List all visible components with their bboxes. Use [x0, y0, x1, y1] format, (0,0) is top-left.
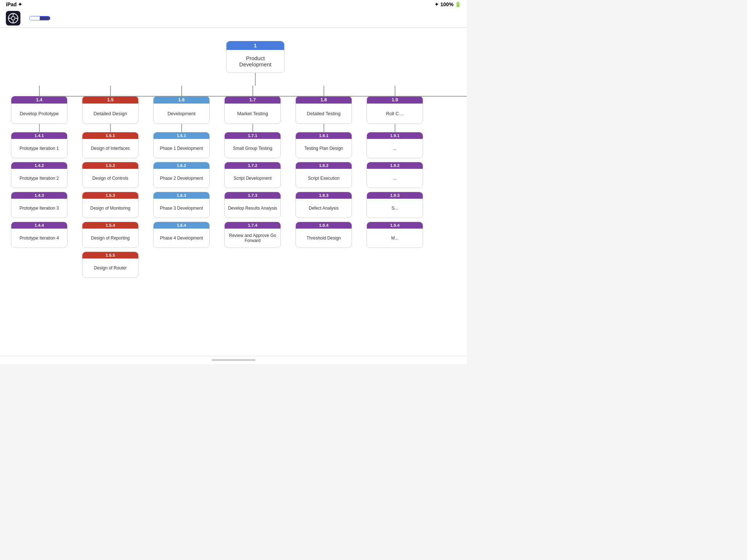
child-node-label-1.5.3: Design of Monitoring — [82, 199, 138, 218]
child-node-1.8.3[interactable]: 1.8.3Defect Analysis — [295, 192, 352, 218]
child-node-1.6.4[interactable]: 1.6.4Phase 4 Development — [153, 222, 210, 248]
child-node-1.7.1[interactable]: 1.7.1Small Group Testing — [224, 132, 281, 158]
child-node-1.9.3[interactable]: 1.9.3S... — [367, 192, 423, 218]
root-node[interactable]: 1Product Development — [226, 41, 285, 73]
child-node-id-1.8.3: 1.8.3 — [296, 192, 352, 199]
horizontal-connector-line — [39, 96, 467, 97]
child-node-1.5.1[interactable]: 1.5.1Design of Interfaces — [82, 132, 139, 158]
child-node-1.9.2[interactable]: 1.9.2... — [367, 162, 423, 188]
svg-point-1 — [11, 16, 15, 20]
child-node-label-1.9.4: M... — [367, 229, 423, 248]
ipad-home-bar — [0, 356, 467, 364]
child-node-1.8.4[interactable]: 1.8.4Threshold Design — [295, 222, 352, 248]
child-node-label-1.4.4: Prototype Iteration 4 — [11, 229, 67, 248]
col-node-1.4[interactable]: 1.4Develop Prototype — [11, 96, 67, 124]
column-1.8: 1.8Detailed Testing1.8.1Testing Plan Des… — [288, 86, 359, 253]
col-node-label-1.4: Develop Prototype — [11, 104, 67, 124]
child-node-label-1.9.1: ... — [367, 139, 423, 158]
child-node-id-1.6.4: 1.6.4 — [154, 222, 209, 229]
status-right: ✦ 100% 🔋 — [434, 1, 461, 7]
child-node-id-1.9.3: 1.9.3 — [367, 192, 423, 199]
children-1.8: 1.8.1Testing Plan Design1.8.2Script Exec… — [295, 132, 352, 253]
chart-button[interactable] — [40, 16, 50, 20]
col-node-1.7[interactable]: 1.7Market Testing — [224, 96, 281, 124]
column-1.9: 1.9Roll C…1.9.1...1.9.2...1.9.3S...1.9.4… — [359, 86, 430, 253]
child-node-label-1.7.3: Develop Results Analysis — [225, 199, 280, 218]
child-node-id-1.9.4: 1.9.4 — [367, 222, 423, 229]
child-node-label-1.5.1: Design of Interfaces — [82, 139, 138, 158]
child-node-label-1.6.3: Phase 3 Development — [154, 199, 209, 218]
status-bar: iPad ✦ ✦ 100% 🔋 — [0, 0, 467, 9]
child-node-1.6.1[interactable]: 1.6.1Phase 1 Development — [153, 132, 210, 158]
child-node-id-1.9.1: 1.9.1 — [367, 132, 423, 139]
child-node-id-1.7.3: 1.7.3 — [225, 192, 280, 199]
col-node-1.8[interactable]: 1.8Detailed Testing — [295, 96, 352, 124]
child-node-1.5.5[interactable]: 1.5.5Design of Router — [82, 252, 139, 278]
child-node-label-1.8.4: Threshold Design — [296, 229, 352, 248]
child-node-label-1.8.1: Testing Plan Design — [296, 139, 352, 158]
child-node-id-1.6.2: 1.6.2 — [154, 162, 209, 169]
children-1.4: 1.4.1Prototype Iteration 11.4.2Prototype… — [11, 132, 67, 253]
child-node-label-1.4.1: Prototype Iteration 1 — [11, 139, 67, 158]
child-node-id-1.5.5: 1.5.5 — [82, 252, 138, 258]
battery-status: ✦ 100% 🔋 — [434, 1, 461, 7]
child-node-label-1.4.3: Prototype Iteration 3 — [11, 199, 67, 218]
child-node-1.8.1[interactable]: 1.8.1Testing Plan Design — [295, 132, 352, 158]
children-1.7: 1.7.1Small Group Testing1.7.2Script Deve… — [224, 132, 281, 253]
col-node-1.6[interactable]: 1.6Development — [153, 96, 210, 124]
child-node-id-1.4.3: 1.4.3 — [11, 192, 67, 199]
child-node-label-1.6.2: Phase 2 Development — [154, 169, 209, 188]
root-node-label: Product Development — [227, 50, 284, 73]
child-node-id-1.6.3: 1.6.3 — [154, 192, 209, 199]
child-node-id-1.4.2: 1.4.2 — [11, 162, 67, 169]
col-node-1.5[interactable]: 1.5Detailed Design — [82, 96, 139, 124]
child-node-1.4.3[interactable]: 1.4.3Prototype Iteration 3 — [11, 192, 67, 218]
columns-area: 1.4Develop Prototype1.4.1Prototype Itera… — [4, 86, 467, 283]
status-left: iPad ✦ — [6, 1, 22, 7]
col-node-id-1.4: 1.4 — [11, 96, 67, 104]
child-node-id-1.7.4: 1.7.4 — [225, 222, 280, 229]
col-node-label-1.5: Detailed Design — [82, 104, 138, 124]
column-1.4: 1.4Develop Prototype1.4.1Prototype Itera… — [4, 86, 75, 253]
child-node-1.5.4[interactable]: 1.5.4Design of Reporting — [82, 222, 139, 248]
root-node-id: 1 — [227, 41, 284, 50]
child-node-id-1.4.4: 1.4.4 — [11, 222, 67, 229]
child-node-1.4.4[interactable]: 1.4.4Prototype Iteration 4 — [11, 222, 67, 248]
app-icon[interactable] — [6, 11, 20, 26]
child-node-1.7.4[interactable]: 1.7.4Review and Approve Go Forward — [224, 222, 281, 248]
child-node-label-1.7.4: Review and Approve Go Forward — [225, 229, 280, 248]
child-node-1.8.2[interactable]: 1.8.2Script Execution — [295, 162, 352, 188]
child-node-id-1.4.1: 1.4.1 — [11, 132, 67, 139]
child-node-1.6.3[interactable]: 1.6.3Phase 3 Development — [153, 192, 210, 218]
child-node-1.6.2[interactable]: 1.6.2Phase 2 Development — [153, 162, 210, 188]
child-node-label-1.5.2: Design of Controls — [82, 169, 138, 188]
top-nav — [0, 9, 467, 28]
child-node-1.5.3[interactable]: 1.5.3Design of Monitoring — [82, 192, 139, 218]
col-node-id-1.9: 1.9 — [367, 96, 423, 104]
child-node-label-1.6.1: Phase 1 Development — [154, 139, 209, 158]
children-1.6: 1.6.1Phase 1 Development1.6.2Phase 2 Dev… — [153, 132, 210, 253]
chart-area: 1Product Development1.4Develop Prototype… — [0, 28, 467, 356]
col-node-label-1.9: Roll C… — [367, 104, 423, 124]
child-node-1.9.1[interactable]: 1.9.1... — [367, 132, 423, 158]
child-node-id-1.5.3: 1.5.3 — [82, 192, 138, 199]
child-node-id-1.6.1: 1.6.1 — [154, 132, 209, 139]
child-node-id-1.9.2: 1.9.2 — [367, 162, 423, 169]
child-node-id-1.8.2: 1.8.2 — [296, 162, 352, 169]
child-node-1.4.2[interactable]: 1.4.2Prototype Iteration 2 — [11, 162, 67, 188]
child-node-1.7.2[interactable]: 1.7.2Script Development — [224, 162, 281, 188]
child-node-1.5.2[interactable]: 1.5.2Design of Controls — [82, 162, 139, 188]
child-node-1.4.1[interactable]: 1.4.1Prototype Iteration 1 — [11, 132, 67, 158]
child-node-id-1.5.2: 1.5.2 — [82, 162, 138, 169]
column-1.7: 1.7Market Testing1.7.1Small Group Testin… — [217, 86, 288, 253]
child-node-label-1.9.3: S... — [367, 199, 423, 218]
outline-button[interactable] — [30, 16, 40, 20]
children-1.9: 1.9.1...1.9.2...1.9.3S...1.9.4M... — [367, 132, 423, 253]
child-node-label-1.5.5: Design of Router — [82, 258, 138, 277]
child-node-id-1.8.1: 1.8.1 — [296, 132, 352, 139]
col-node-label-1.7: Market Testing — [225, 104, 280, 124]
col-node-1.9[interactable]: 1.9Roll C… — [367, 96, 423, 124]
column-1.6: 1.6Development1.6.1Phase 1 Development1.… — [146, 86, 217, 253]
child-node-1.7.3[interactable]: 1.7.3Develop Results Analysis — [224, 192, 281, 218]
child-node-1.9.4[interactable]: 1.9.4M... — [367, 222, 423, 248]
